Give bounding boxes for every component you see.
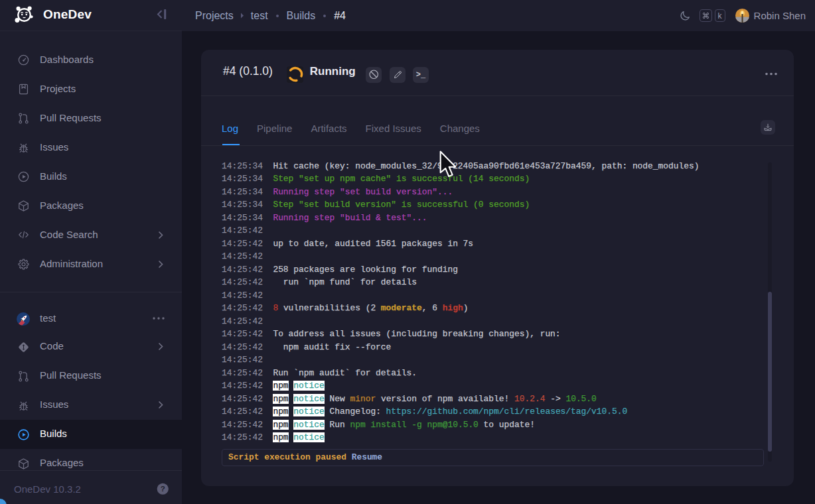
svg-text:?: ? [161, 485, 165, 493]
